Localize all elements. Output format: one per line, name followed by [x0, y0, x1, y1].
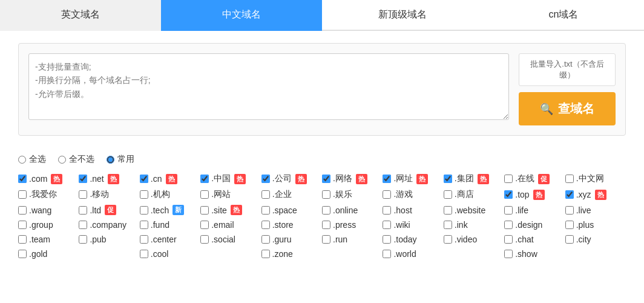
domain-item[interactable]: .cool: [140, 249, 261, 259]
domain-item[interactable]: .host: [383, 205, 443, 215]
domain-checkbox-label[interactable]: .中国热: [200, 173, 246, 184]
checkbox-.space[interactable]: [261, 206, 270, 215]
checkbox-.pub[interactable]: [79, 235, 87, 244]
checkbox-.group[interactable]: [18, 221, 27, 229]
checkbox-.xyz[interactable]: [565, 190, 574, 199]
domain-checkbox-label[interactable]: .ltd促: [79, 205, 116, 215]
checkbox-.公司[interactable]: [261, 175, 270, 183]
checkbox-.ltd[interactable]: [79, 206, 87, 215]
checkbox-.gold[interactable]: [18, 250, 27, 258]
checkbox-.wiki[interactable]: [383, 221, 391, 229]
domain-checkbox-label[interactable]: .run: [322, 235, 347, 244]
domain-checkbox-label[interactable]: .website: [444, 205, 485, 215]
domain-item[interactable]: .gold: [18, 249, 140, 259]
checkbox-.我爱你[interactable]: [18, 190, 27, 199]
domain-checkbox-label[interactable]: .online: [322, 205, 358, 215]
domain-item[interactable]: .com热: [18, 174, 79, 184]
domain-item[interactable]: .我爱你: [18, 189, 79, 200]
checkbox-.tech[interactable]: [140, 206, 148, 215]
domain-checkbox-label[interactable]: .在线促: [504, 173, 550, 184]
tab-newtld[interactable]: 新顶级域名: [322, 0, 483, 31]
domain-checkbox-label[interactable]: .cn热: [140, 174, 177, 184]
domain-item[interactable]: .run: [322, 235, 383, 244]
domain-item[interactable]: .网址热: [383, 173, 443, 184]
domain-checkbox-label[interactable]: .company: [79, 220, 126, 230]
domain-checkbox-label[interactable]: .plus: [565, 220, 594, 230]
domain-item[interactable]: .space: [261, 205, 322, 215]
domain-item[interactable]: .中国热: [200, 173, 261, 184]
checkbox-.plus[interactable]: [565, 221, 574, 229]
domain-item[interactable]: .集团热: [444, 173, 504, 184]
tab-chinese[interactable]: 中文域名: [161, 0, 322, 31]
checkbox-.集团[interactable]: [444, 175, 452, 183]
domain-item[interactable]: .top热: [504, 190, 565, 200]
checkbox-.cn[interactable]: [140, 175, 148, 183]
domain-checkbox-label[interactable]: .show: [504, 249, 537, 259]
domain-checkbox-label[interactable]: .游戏: [383, 189, 413, 200]
checkbox-.city[interactable]: [565, 235, 574, 244]
domain-item[interactable]: .ltd促: [79, 205, 139, 215]
radio-select-all-input[interactable]: [18, 156, 26, 164]
domain-checkbox-label[interactable]: .com热: [18, 174, 62, 184]
domain-item[interactable]: .online: [322, 205, 383, 215]
checkbox-.网址[interactable]: [383, 175, 391, 183]
radio-common-input[interactable]: [107, 156, 114, 164]
domain-item[interactable]: .在线促: [504, 173, 565, 184]
checkbox-.social[interactable]: [200, 235, 209, 244]
domain-checkbox-label[interactable]: .企业: [261, 189, 292, 200]
checkbox-.press[interactable]: [322, 221, 330, 229]
domain-checkbox-label[interactable]: .site热: [200, 205, 242, 215]
domain-checkbox-label[interactable]: .email: [200, 220, 234, 230]
domain-item[interactable]: .机构: [140, 189, 200, 200]
domain-item[interactable]: .group: [18, 220, 79, 230]
checkbox-.移动[interactable]: [79, 190, 87, 199]
checkbox-.live[interactable]: [565, 206, 574, 215]
domain-checkbox-label[interactable]: .pub: [79, 235, 106, 244]
domain-item[interactable]: .xyz热: [565, 190, 626, 200]
checkbox-.top[interactable]: [504, 190, 513, 199]
domain-checkbox-label[interactable]: .网络热: [322, 173, 367, 184]
domain-checkbox-label[interactable]: .网站: [200, 189, 231, 200]
domain-item[interactable]: .网络热: [322, 173, 383, 184]
domain-checkbox-label[interactable]: .wiki: [383, 220, 410, 230]
domain-checkbox-label[interactable]: .video: [444, 235, 477, 244]
domain-checkbox-label[interactable]: .网址热: [383, 173, 428, 184]
checkbox-.zone[interactable]: [261, 250, 270, 258]
radio-deselect-all-input[interactable]: [58, 156, 66, 164]
checkbox-.team[interactable]: [18, 235, 27, 244]
domain-checkbox-label[interactable]: .fund: [140, 220, 169, 230]
radio-select-all[interactable]: 全选: [18, 154, 46, 165]
checkbox-.中国[interactable]: [200, 175, 209, 183]
checkbox-.run[interactable]: [322, 235, 330, 244]
checkbox-.life[interactable]: [504, 206, 513, 215]
domain-item[interactable]: .移动: [79, 189, 139, 200]
domain-checkbox-label[interactable]: .net热: [79, 174, 119, 184]
domain-item[interactable]: .wang: [18, 205, 79, 215]
domain-item[interactable]: .site热: [200, 205, 261, 215]
import-button[interactable]: 批量导入.txt（不含后缀）: [519, 53, 616, 86]
domain-item[interactable]: .city: [565, 235, 626, 244]
domain-checkbox-label[interactable]: .移动: [79, 189, 109, 200]
domain-item[interactable]: .中文网: [565, 173, 626, 184]
domain-item[interactable]: .plus: [565, 220, 626, 230]
domain-checkbox-label[interactable]: .life: [504, 205, 528, 215]
domain-checkbox-label[interactable]: .我爱你: [18, 189, 57, 200]
domain-item[interactable]: .商店: [444, 189, 504, 200]
radio-deselect-all[interactable]: 全不选: [58, 154, 94, 165]
domain-item[interactable]: .social: [200, 235, 261, 244]
checkbox-.net[interactable]: [79, 175, 87, 183]
domain-checkbox-label[interactable]: .xyz热: [565, 190, 606, 200]
domain-item[interactable]: .store: [261, 220, 322, 230]
domain-item[interactable]: .pub: [79, 235, 139, 244]
checkbox-.company[interactable]: [79, 221, 87, 229]
domain-item[interactable]: .企业: [261, 189, 322, 200]
checkbox-.design[interactable]: [504, 221, 513, 229]
domain-checkbox-label[interactable]: .gold: [18, 249, 47, 259]
checkbox-.today[interactable]: [383, 235, 391, 244]
domain-checkbox-label[interactable]: .公司热: [261, 173, 307, 184]
domain-checkbox-label[interactable]: .集团热: [444, 173, 489, 184]
checkbox-.chat[interactable]: [504, 235, 513, 244]
checkbox-.ink[interactable]: [444, 221, 452, 229]
checkbox-.游戏[interactable]: [383, 190, 391, 199]
domain-item[interactable]: .center: [140, 235, 200, 244]
